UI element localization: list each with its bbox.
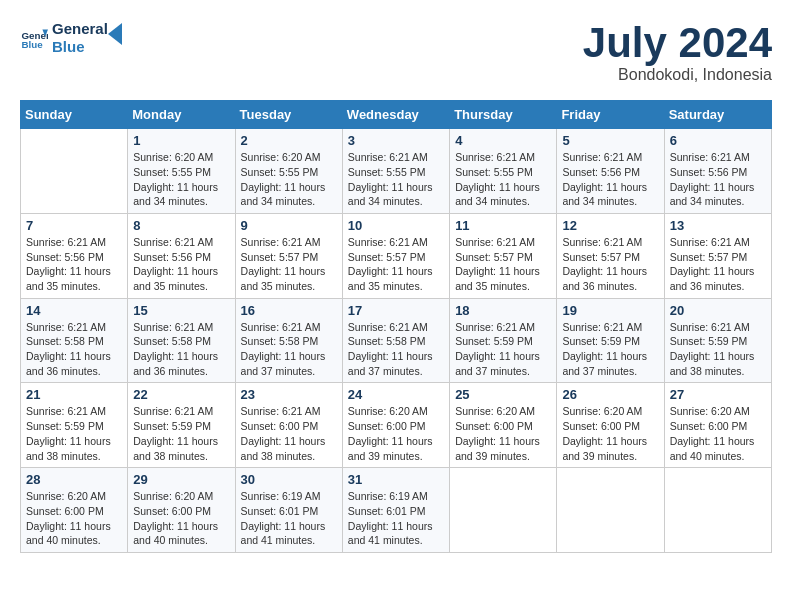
weekday-header-tuesday: Tuesday [235, 101, 342, 129]
day-number: 2 [241, 133, 337, 148]
day-number: 29 [133, 472, 229, 487]
calendar-cell [664, 468, 771, 553]
day-info: Sunrise: 6:19 AMSunset: 6:01 PMDaylight:… [241, 489, 337, 548]
calendar-cell: 2Sunrise: 6:20 AMSunset: 5:55 PMDaylight… [235, 129, 342, 214]
calendar-cell: 23Sunrise: 6:21 AMSunset: 6:00 PMDayligh… [235, 383, 342, 468]
day-info: Sunrise: 6:21 AMSunset: 5:57 PMDaylight:… [670, 235, 766, 294]
day-info: Sunrise: 6:21 AMSunset: 5:57 PMDaylight:… [348, 235, 444, 294]
day-number: 16 [241, 303, 337, 318]
weekday-header-saturday: Saturday [664, 101, 771, 129]
day-info: Sunrise: 6:21 AMSunset: 5:58 PMDaylight:… [26, 320, 122, 379]
weekday-header-friday: Friday [557, 101, 664, 129]
day-number: 26 [562, 387, 658, 402]
calendar-cell: 4Sunrise: 6:21 AMSunset: 5:55 PMDaylight… [450, 129, 557, 214]
title-block: July 2024 Bondokodi, Indonesia [583, 20, 772, 84]
calendar-table: SundayMondayTuesdayWednesdayThursdayFrid… [20, 100, 772, 553]
calendar-cell: 28Sunrise: 6:20 AMSunset: 6:00 PMDayligh… [21, 468, 128, 553]
day-number: 27 [670, 387, 766, 402]
calendar-cell: 6Sunrise: 6:21 AMSunset: 5:56 PMDaylight… [664, 129, 771, 214]
calendar-cell: 8Sunrise: 6:21 AMSunset: 5:56 PMDaylight… [128, 213, 235, 298]
day-info: Sunrise: 6:21 AMSunset: 5:58 PMDaylight:… [133, 320, 229, 379]
day-info: Sunrise: 6:21 AMSunset: 5:56 PMDaylight:… [562, 150, 658, 209]
day-number: 14 [26, 303, 122, 318]
day-number: 11 [455, 218, 551, 233]
day-info: Sunrise: 6:20 AMSunset: 6:00 PMDaylight:… [133, 489, 229, 548]
calendar-cell [557, 468, 664, 553]
calendar-cell [21, 129, 128, 214]
calendar-cell: 9Sunrise: 6:21 AMSunset: 5:57 PMDaylight… [235, 213, 342, 298]
day-number: 1 [133, 133, 229, 148]
calendar-cell: 24Sunrise: 6:20 AMSunset: 6:00 PMDayligh… [342, 383, 449, 468]
calendar-cell [450, 468, 557, 553]
day-number: 30 [241, 472, 337, 487]
day-number: 5 [562, 133, 658, 148]
calendar-cell: 27Sunrise: 6:20 AMSunset: 6:00 PMDayligh… [664, 383, 771, 468]
logo: General Blue General Blue [20, 20, 130, 56]
day-number: 3 [348, 133, 444, 148]
weekday-header-sunday: Sunday [21, 101, 128, 129]
page-header: General Blue General Blue July 2024 Bond… [20, 20, 772, 84]
day-info: Sunrise: 6:21 AMSunset: 5:59 PMDaylight:… [670, 320, 766, 379]
weekday-header-wednesday: Wednesday [342, 101, 449, 129]
day-info: Sunrise: 6:21 AMSunset: 5:59 PMDaylight:… [26, 404, 122, 463]
day-number: 25 [455, 387, 551, 402]
day-number: 22 [133, 387, 229, 402]
day-info: Sunrise: 6:20 AMSunset: 6:00 PMDaylight:… [455, 404, 551, 463]
calendar-cell: 11Sunrise: 6:21 AMSunset: 5:57 PMDayligh… [450, 213, 557, 298]
day-number: 6 [670, 133, 766, 148]
calendar-cell: 30Sunrise: 6:19 AMSunset: 6:01 PMDayligh… [235, 468, 342, 553]
day-number: 7 [26, 218, 122, 233]
day-number: 21 [26, 387, 122, 402]
calendar-cell: 17Sunrise: 6:21 AMSunset: 5:58 PMDayligh… [342, 298, 449, 383]
day-info: Sunrise: 6:20 AMSunset: 6:00 PMDaylight:… [562, 404, 658, 463]
calendar-cell: 20Sunrise: 6:21 AMSunset: 5:59 PMDayligh… [664, 298, 771, 383]
day-number: 20 [670, 303, 766, 318]
day-info: Sunrise: 6:21 AMSunset: 5:59 PMDaylight:… [455, 320, 551, 379]
day-info: Sunrise: 6:21 AMSunset: 6:00 PMDaylight:… [241, 404, 337, 463]
svg-text:Blue: Blue [21, 39, 43, 50]
logo-blue: Blue [52, 38, 108, 56]
calendar-cell: 13Sunrise: 6:21 AMSunset: 5:57 PMDayligh… [664, 213, 771, 298]
location-subtitle: Bondokodi, Indonesia [583, 66, 772, 84]
month-title: July 2024 [583, 20, 772, 66]
day-info: Sunrise: 6:21 AMSunset: 5:59 PMDaylight:… [133, 404, 229, 463]
day-number: 31 [348, 472, 444, 487]
calendar-cell: 5Sunrise: 6:21 AMSunset: 5:56 PMDaylight… [557, 129, 664, 214]
day-number: 18 [455, 303, 551, 318]
calendar-cell: 22Sunrise: 6:21 AMSunset: 5:59 PMDayligh… [128, 383, 235, 468]
calendar-header: SundayMondayTuesdayWednesdayThursdayFrid… [21, 101, 772, 129]
day-info: Sunrise: 6:20 AMSunset: 6:00 PMDaylight:… [26, 489, 122, 548]
calendar-cell: 10Sunrise: 6:21 AMSunset: 5:57 PMDayligh… [342, 213, 449, 298]
day-number: 8 [133, 218, 229, 233]
day-info: Sunrise: 6:20 AMSunset: 6:00 PMDaylight:… [670, 404, 766, 463]
day-info: Sunrise: 6:21 AMSunset: 5:57 PMDaylight:… [455, 235, 551, 294]
day-number: 28 [26, 472, 122, 487]
day-number: 17 [348, 303, 444, 318]
weekday-header-monday: Monday [128, 101, 235, 129]
day-number: 19 [562, 303, 658, 318]
weekday-header-thursday: Thursday [450, 101, 557, 129]
calendar-cell: 26Sunrise: 6:20 AMSunset: 6:00 PMDayligh… [557, 383, 664, 468]
calendar-cell: 1Sunrise: 6:20 AMSunset: 5:55 PMDaylight… [128, 129, 235, 214]
logo-general: General [52, 20, 108, 38]
day-number: 23 [241, 387, 337, 402]
day-info: Sunrise: 6:21 AMSunset: 5:57 PMDaylight:… [241, 235, 337, 294]
day-info: Sunrise: 6:21 AMSunset: 5:56 PMDaylight:… [133, 235, 229, 294]
logo-icon: General Blue [20, 24, 48, 52]
day-number: 4 [455, 133, 551, 148]
calendar-cell: 12Sunrise: 6:21 AMSunset: 5:57 PMDayligh… [557, 213, 664, 298]
day-number: 13 [670, 218, 766, 233]
calendar-cell: 31Sunrise: 6:19 AMSunset: 6:01 PMDayligh… [342, 468, 449, 553]
day-info: Sunrise: 6:21 AMSunset: 5:58 PMDaylight:… [241, 320, 337, 379]
day-info: Sunrise: 6:20 AMSunset: 5:55 PMDaylight:… [133, 150, 229, 209]
day-info: Sunrise: 6:21 AMSunset: 5:56 PMDaylight:… [26, 235, 122, 294]
day-info: Sunrise: 6:21 AMSunset: 5:56 PMDaylight:… [670, 150, 766, 209]
calendar-cell: 19Sunrise: 6:21 AMSunset: 5:59 PMDayligh… [557, 298, 664, 383]
calendar-cell: 18Sunrise: 6:21 AMSunset: 5:59 PMDayligh… [450, 298, 557, 383]
calendar-cell: 15Sunrise: 6:21 AMSunset: 5:58 PMDayligh… [128, 298, 235, 383]
day-info: Sunrise: 6:20 AMSunset: 5:55 PMDaylight:… [241, 150, 337, 209]
calendar-cell: 21Sunrise: 6:21 AMSunset: 5:59 PMDayligh… [21, 383, 128, 468]
logo-arrow-icon [108, 23, 130, 45]
calendar-cell: 25Sunrise: 6:20 AMSunset: 6:00 PMDayligh… [450, 383, 557, 468]
day-info: Sunrise: 6:21 AMSunset: 5:55 PMDaylight:… [348, 150, 444, 209]
